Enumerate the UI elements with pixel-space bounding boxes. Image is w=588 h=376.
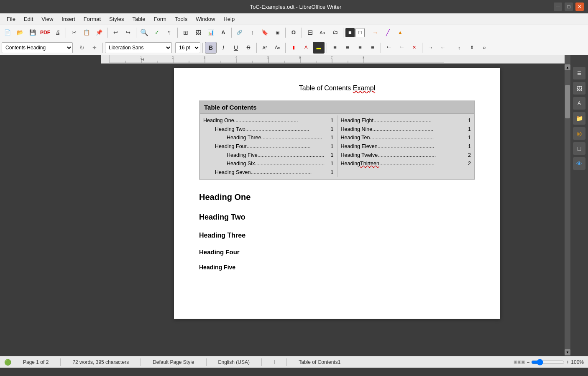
menu-item-insert[interactable]: Insert — [58, 15, 79, 23]
font-color-button[interactable]: A̲ — [300, 42, 312, 54]
scroll-track[interactable] — [565, 71, 570, 348]
insert-image-button[interactable]: 🖼 — [192, 27, 204, 38]
underline-button[interactable]: U — [230, 42, 242, 54]
pdf-button[interactable]: PDF — [39, 27, 51, 38]
menu-item-format[interactable]: Format — [80, 15, 104, 23]
new-style-button[interactable]: ✦ — [89, 42, 100, 54]
save-button[interactable]: 💾 — [27, 27, 38, 38]
sep6 — [285, 28, 286, 38]
new-button[interactable]: 📄 — [2, 27, 13, 38]
gallery-button[interactable]: 🗂 — [329, 27, 341, 38]
doc-heading-one: Heading One — [199, 192, 475, 202]
arrow-button[interactable]: → — [369, 27, 381, 38]
cut-button[interactable]: ✂ — [68, 27, 80, 38]
font-size-select[interactable]: 8101214 16 pt182024 — [175, 42, 200, 53]
document-area[interactable]: Table of Contents Exampl Table of Conten… — [110, 64, 565, 356]
right-panel-btn2[interactable]: 🖼 — [573, 82, 585, 95]
print-button[interactable]: 🖨 — [52, 27, 64, 38]
toolbar2: Contents Heading Heading 1 Heading 2 Def… — [0, 40, 588, 55]
right-panel-btn7[interactable]: 👁 — [573, 157, 585, 170]
line-spacing-button[interactable]: ↕ — [453, 42, 465, 54]
more-formatting-button[interactable]: » — [478, 42, 490, 54]
line-button[interactable]: ╱ — [382, 27, 394, 38]
tsep7 — [422, 43, 422, 53]
align-center-button[interactable]: ≡ — [342, 42, 353, 54]
undo-button[interactable]: ↩ — [110, 27, 121, 38]
right-panel-btn5[interactable]: ◎ — [573, 127, 585, 140]
footnote-button[interactable]: † — [246, 27, 258, 38]
open-button[interactable]: 📂 — [14, 27, 26, 38]
draw-black-button[interactable]: ■ — [345, 28, 355, 37]
bookmark-button[interactable]: 🔖 — [259, 27, 271, 38]
align-right-button[interactable]: ≡ — [354, 42, 366, 54]
styles-button[interactable]: Aa — [317, 27, 328, 38]
menu-item-help[interactable]: Help — [220, 15, 238, 23]
menu-item-file[interactable]: File — [3, 15, 19, 23]
right-panel-btn4[interactable]: 📁 — [573, 112, 585, 125]
superscript-button[interactable]: A² — [259, 42, 271, 54]
menu-item-window[interactable]: Window — [192, 15, 218, 23]
ordered-list-button[interactable]: ≔ — [396, 42, 407, 54]
indent-less-button[interactable]: ← — [437, 42, 449, 54]
scroll-down-button[interactable]: ▼ — [565, 349, 570, 355]
spellcheck-button[interactable]: ✓ — [151, 27, 163, 38]
svg-text:⊣: ⊣ — [141, 57, 144, 62]
highlight-button[interactable]: ▮ — [288, 42, 299, 54]
section-name: Table of Contents1 — [295, 359, 344, 365]
insert-table-button[interactable]: ⊞ — [180, 27, 192, 38]
draw-white-button[interactable]: □ — [355, 28, 365, 37]
align-left-button[interactable]: ≡ — [329, 42, 341, 54]
no-list-button[interactable]: ✕ — [408, 42, 420, 54]
subscript-button[interactable]: A₂ — [271, 42, 283, 54]
strikethrough-button[interactable]: S — [243, 42, 254, 54]
toc-heading: Table of Contents — [200, 101, 474, 114]
hyperlink-button[interactable]: 🔗 — [234, 27, 245, 38]
minimize-button[interactable]: ─ — [554, 3, 562, 11]
navigator-button[interactable]: ⊟ — [304, 27, 316, 38]
paragraph-style-select[interactable]: Contents Heading Heading 1 Heading 2 Def… — [2, 42, 73, 53]
paste-button[interactable]: 📌 — [93, 27, 105, 38]
vertical-scrollbar[interactable]: ▲ ▼ — [565, 64, 570, 356]
fontwork-button[interactable]: A — [217, 27, 229, 38]
italic-button[interactable]: I — [217, 42, 229, 54]
special-char-button[interactable]: Ω — [288, 27, 299, 38]
menu-item-form[interactable]: Form — [150, 15, 169, 23]
char-bg-button[interactable]: ▬ — [313, 42, 325, 54]
menu-item-tools[interactable]: Tools — [171, 15, 191, 23]
color-button[interactable]: ▲ — [394, 27, 406, 38]
zoom-out-button[interactable]: − — [527, 359, 529, 365]
autopilot-button[interactable]: ¶ — [164, 27, 175, 38]
update-style-button[interactable]: ↻ — [76, 42, 88, 54]
scroll-up-button[interactable]: ▲ — [565, 64, 570, 70]
header-button[interactable]: ▣ — [271, 27, 283, 38]
right-panel-btn3[interactable]: A — [573, 97, 585, 110]
zoom-slider-input[interactable] — [531, 359, 565, 366]
find-button[interactable]: 🔍 — [138, 27, 150, 38]
indent-more-button[interactable]: → — [424, 42, 436, 54]
menu-item-edit[interactable]: Edit — [20, 15, 36, 23]
title-bar-controls[interactable]: ─ □ ✕ — [554, 3, 584, 11]
zoom-in-button[interactable]: + — [566, 359, 569, 365]
maximize-button[interactable]: □ — [565, 3, 573, 11]
menu-item-styles[interactable]: Styles — [106, 15, 127, 23]
copy-button[interactable]: 📋 — [81, 27, 92, 38]
unordered-list-button[interactable]: ≔ — [383, 42, 395, 54]
zoom-controls[interactable]: ▣▣▣ − + 100% — [514, 359, 584, 366]
font-select[interactable]: Liberation Sans Times New Roman Arial — [105, 42, 172, 53]
right-panel: ☰ 🖼 A 📁 ◎ □ 👁 — [570, 64, 588, 356]
close-button[interactable]: ✕ — [575, 3, 584, 11]
bold-button[interactable]: B — [205, 42, 217, 54]
word-count: 72 words, 395 characters — [69, 359, 132, 365]
para-spacing-button[interactable]: ⇕ — [466, 42, 478, 54]
right-panel-btn1[interactable]: ☰ — [573, 67, 585, 79]
toc-item-12: Heading Twelve .........................… — [341, 151, 471, 160]
justify-button[interactable]: ≡ — [367, 42, 378, 54]
right-panel-btn6[interactable]: □ — [573, 142, 585, 155]
redo-button[interactable]: ↪ — [122, 27, 134, 38]
menu-item-view[interactable]: View — [38, 15, 56, 23]
menu-item-table[interactable]: Table — [129, 15, 148, 23]
doc-heading-three: Heading Three — [199, 232, 475, 239]
insert-chart-button[interactable]: 📊 — [205, 27, 217, 38]
scroll-thumb[interactable] — [565, 85, 570, 118]
toc-left-col: Heading One ............................… — [200, 115, 337, 177]
